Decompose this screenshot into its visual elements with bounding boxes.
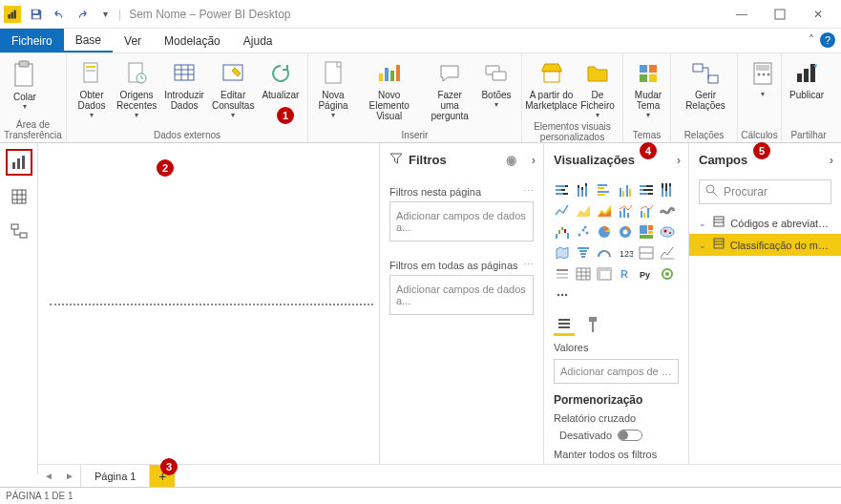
svg-rect-102: [648, 225, 653, 230]
viz-stacked-area[interactable]: [596, 202, 613, 220]
prev-page-button[interactable]: ◄: [38, 466, 59, 487]
tab-base[interactable]: Base: [64, 29, 113, 52]
viz-pie[interactable]: [596, 223, 613, 241]
viz-multi-card[interactable]: [638, 244, 655, 262]
viz-area[interactable]: [575, 202, 592, 220]
close-button[interactable]: ✕: [799, 1, 837, 28]
viz-funnel[interactable]: [575, 244, 592, 262]
visibility-icon[interactable]: ◉: [506, 153, 516, 167]
new-visual-button[interactable]: Novo Elemento Visual: [354, 57, 424, 123]
viz-scatter[interactable]: [575, 223, 592, 241]
refresh-button[interactable]: Atualizar: [258, 57, 303, 102]
group-label-themes: Temas: [623, 130, 670, 142]
svg-rect-56: [563, 193, 568, 195]
viz-line[interactable]: [554, 202, 571, 220]
model-view-button[interactable]: [6, 218, 32, 244]
ask-question-button[interactable]: Fazer uma pergunta: [424, 57, 475, 123]
undo-icon[interactable]: [48, 3, 71, 26]
values-drop[interactable]: Adicionar campos de dado...: [554, 359, 679, 384]
svg-point-107: [669, 232, 671, 234]
more-icon[interactable]: ⋯: [523, 259, 534, 271]
filters-all-drop[interactable]: Adicionar campos de dados a...: [389, 275, 534, 315]
fields-tab[interactable]: [554, 313, 575, 336]
data-view-button[interactable]: [6, 183, 32, 210]
viz-table[interactable]: [575, 265, 592, 283]
svg-rect-2: [14, 10, 16, 18]
svg-rect-91: [561, 227, 563, 230]
maximize-button[interactable]: [761, 1, 799, 28]
filters-page-drop[interactable]: Adicionar campos de dados a...: [389, 201, 534, 242]
viz-donut[interactable]: [617, 223, 634, 241]
tab-help[interactable]: Ajuda: [232, 29, 284, 52]
viz-line-column[interactable]: [617, 202, 634, 220]
viz-100-column[interactable]: [659, 181, 676, 199]
viz-matrix[interactable]: [596, 265, 613, 283]
viz-filled-map[interactable]: [554, 244, 571, 262]
redo-icon[interactable]: [71, 3, 94, 26]
save-icon[interactable]: [25, 3, 48, 26]
viz-stacked-column[interactable]: [575, 181, 592, 199]
viz-ribbon[interactable]: [659, 202, 676, 220]
viz-kpi[interactable]: [659, 244, 676, 262]
tab-model[interactable]: Modelação: [153, 29, 232, 52]
fields-search[interactable]: Procurar: [699, 179, 831, 204]
viz-clustered-bar[interactable]: [596, 181, 613, 199]
svg-rect-135: [558, 323, 570, 325]
viz-more[interactable]: [554, 286, 571, 304]
buttons-button[interactable]: Botões▾: [475, 57, 517, 111]
recent-sources-button[interactable]: Origens Recentes▾: [113, 57, 160, 121]
viz-slicer[interactable]: [554, 265, 571, 283]
qat-dropdown-icon[interactable]: ▾: [94, 3, 116, 26]
field-table-classificacao[interactable]: ⌄ Classificação do melho...: [689, 234, 841, 256]
viz-r[interactable]: R: [617, 265, 634, 283]
expand-viz-icon[interactable]: ›: [677, 153, 681, 167]
viz-100-bar[interactable]: [638, 181, 655, 199]
svg-rect-13: [175, 65, 194, 80]
help-icon[interactable]: ?: [820, 32, 835, 48]
report-view-button[interactable]: [6, 149, 32, 176]
tab-view[interactable]: Ver: [113, 29, 153, 52]
viz-python[interactable]: Py: [638, 265, 655, 283]
marketplace-button[interactable]: A partir do Marketplace: [526, 57, 577, 113]
tab-page-1[interactable]: Página 1: [80, 465, 150, 487]
viz-gauge[interactable]: [596, 244, 613, 262]
viz-treemap[interactable]: [638, 223, 655, 241]
ribbon: Colar ▾ Área de Transferência Obter Dado…: [0, 53, 841, 143]
viz-card[interactable]: 123: [617, 244, 634, 262]
new-page-button[interactable]: Nova Página▾: [312, 57, 354, 121]
enter-data-button[interactable]: Introduzir Dados: [160, 57, 208, 113]
expand-filters-icon[interactable]: ›: [532, 153, 536, 167]
table-icon: [170, 59, 199, 88]
get-data-button[interactable]: Obter Dados▾: [71, 57, 113, 121]
svg-rect-31: [693, 64, 703, 72]
next-page-button[interactable]: ►: [59, 466, 80, 487]
viz-waterfall[interactable]: [554, 223, 571, 241]
viz-clustered-column[interactable]: [617, 181, 634, 199]
viz-map[interactable]: [659, 223, 676, 241]
manage-relations-button[interactable]: Gerir Relações: [675, 57, 736, 113]
more-icon[interactable]: ⋯: [523, 185, 534, 198]
from-file-button[interactable]: De Ficheiro▾: [577, 57, 619, 121]
viz-stacked-bar[interactable]: [554, 181, 571, 199]
format-tab[interactable]: [582, 313, 603, 336]
database-icon: [77, 59, 106, 88]
publish-button[interactable]: Publicar: [786, 57, 828, 102]
switch-theme-button[interactable]: Mudar Tema▾: [627, 57, 669, 121]
cross-report-toggle[interactable]: [618, 430, 642, 441]
viz-line-clustered[interactable]: [638, 202, 655, 220]
svg-rect-7: [19, 61, 29, 67]
svg-rect-78: [662, 183, 663, 188]
field-table-codigos[interactable]: ⌄ Códigos e abreviaturas: [689, 212, 841, 234]
titlebar: ▾ | Sem Nome – Power BI Desktop ― ✕: [0, 0, 841, 29]
paste-button[interactable]: Colar ▾: [4, 57, 46, 113]
tab-file[interactable]: Ficheiro: [0, 29, 64, 52]
keep-filters-label: Manter todos os filtros: [554, 449, 679, 460]
viz-key-influencers[interactable]: [659, 265, 676, 283]
edit-queries-button[interactable]: Editar Consultas▾: [208, 57, 258, 121]
report-canvas[interactable]: [38, 143, 379, 474]
collapse-ribbon-icon[interactable]: ˄: [809, 33, 814, 47]
calc-button[interactable]: ▾: [742, 57, 784, 100]
minimize-button[interactable]: ―: [723, 1, 761, 28]
expand-fields-icon[interactable]: ›: [830, 153, 833, 167]
svg-text:Py: Py: [640, 270, 650, 280]
